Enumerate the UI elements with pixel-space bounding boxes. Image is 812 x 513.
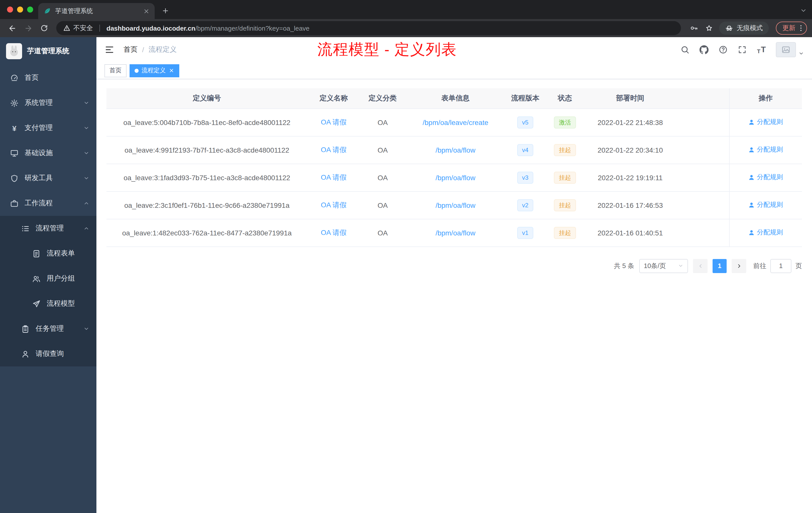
filler-cell [675, 191, 729, 219]
key-icon[interactable] [690, 24, 698, 32]
close-window-button[interactable] [7, 6, 13, 12]
sidebar-item-workflow[interactable]: 工作流程 [0, 191, 96, 216]
reload-button[interactable] [37, 21, 51, 35]
prev-page-button[interactable] [693, 259, 707, 273]
goto-suffix: 页 [795, 261, 802, 270]
assign-rule-label: 分配规则 [757, 173, 783, 182]
tag-process-definition[interactable]: 流程定义 [129, 64, 179, 77]
image-icon [781, 45, 790, 54]
col-definition-category: 定义分类 [360, 88, 405, 109]
sidebar-item-process-model[interactable]: 流程模型 [0, 291, 96, 316]
goto-page-input[interactable] [770, 259, 791, 273]
table-body: oa_leave:5:004b710b-7b8a-11ec-8ef0-acde4… [107, 109, 802, 246]
tags-view: 首页 流程定义 [96, 62, 812, 79]
definition-category: OA [378, 146, 388, 154]
definition-name-link[interactable]: OA 请假 [321, 145, 347, 153]
chevron-down-icon [83, 125, 89, 131]
definition-name-link[interactable]: OA 请假 [321, 201, 347, 209]
deploy-time: 2022-01-22 19:19:11 [598, 174, 663, 181]
sidebar-item-infrastructure[interactable]: 基础设施 [0, 141, 96, 165]
assign-rule-link[interactable]: 分配规则 [749, 173, 783, 182]
tab-search-button[interactable] [800, 7, 807, 14]
app-logo[interactable]: 芋道管理系统 [0, 37, 96, 65]
breadcrumb-separator: / [142, 46, 144, 54]
search-icon[interactable] [681, 45, 690, 54]
assign-rule-link[interactable]: 分配规则 [749, 145, 783, 154]
next-page-button[interactable] [732, 259, 746, 273]
page-size-select[interactable]: 10条/页 [639, 259, 688, 273]
form-info-link[interactable]: /bpm/oa/flow [436, 201, 475, 209]
minimize-window-button[interactable] [17, 6, 23, 12]
definition-name-link[interactable]: OA 请假 [321, 173, 347, 181]
form-info-link[interactable]: /bpm/oa/flow [436, 174, 475, 181]
sidebar-item-process-form[interactable]: 流程表单 [0, 241, 96, 266]
col-actions: 操作 [729, 88, 802, 109]
main-area: 首页 / 流程定义 流程模型 - 定义列表 TT [96, 37, 812, 513]
user-avatar[interactable] [776, 42, 804, 57]
tab-title: 芋道管理系统 [55, 7, 139, 15]
definition-id: oa_leave:3:1fad3d93-7b75-11ec-a3c8-acde4… [123, 174, 290, 181]
breadcrumb-home[interactable]: 首页 [123, 45, 138, 54]
maximize-window-button[interactable] [27, 6, 33, 12]
plus-icon [162, 7, 169, 14]
browser-tab[interactable]: 芋道管理系统 [38, 3, 155, 19]
sidebar-item-system-management[interactable]: 系统管理 [0, 90, 96, 116]
sidebar-item-leave-query[interactable]: 请假查询 [0, 341, 96, 366]
briefcase-icon [10, 199, 19, 208]
font-size-icon[interactable]: TT [757, 45, 766, 54]
sidebar-item-payment-management[interactable]: ¥ 支付管理 [0, 116, 96, 141]
sidebar-item-process-management[interactable]: 流程管理 [0, 216, 96, 241]
kebab-menu-icon[interactable] [797, 24, 805, 32]
security-warning-icon[interactable] [63, 25, 70, 32]
assign-rule-label: 分配规则 [757, 201, 783, 210]
paper-plane-icon [32, 299, 41, 308]
url-host: dashboard.yudao.iocoder.cn [107, 24, 195, 32]
form-info-link[interactable]: /bpm/oa/flow [436, 146, 475, 154]
browser-toolbar: 不安全 dashboard.yudao.iocoder.cn/bpm/manag… [0, 19, 812, 37]
security-label[interactable]: 不安全 [73, 24, 93, 33]
close-icon[interactable] [169, 68, 174, 73]
form-info-link[interactable]: /bpm/oa/flow [436, 229, 475, 237]
filler-cell [675, 136, 729, 163]
sidebar-item-home[interactable]: 首页 [0, 65, 96, 90]
tab-favicon-icon [43, 7, 51, 15]
active-dot [135, 68, 139, 72]
form-info-link[interactable]: /bpm/oa/leave/create [423, 118, 488, 126]
assign-rule-link[interactable]: 分配规则 [749, 118, 783, 127]
github-icon[interactable] [700, 45, 709, 54]
sidebar-item-user-group[interactable]: 用户分组 [0, 266, 96, 291]
address-bar[interactable]: 不安全 dashboard.yudao.iocoder.cn/bpm/manag… [56, 21, 681, 35]
bookmark-star-icon[interactable] [705, 24, 713, 32]
sidebar-item-dev-tools[interactable]: 研发工具 [0, 165, 96, 191]
back-button[interactable] [5, 21, 19, 35]
forward-button[interactable] [21, 21, 35, 35]
chevron-down-icon [83, 150, 89, 156]
user-icon [749, 147, 755, 153]
sidebar-item-task-management[interactable]: 任务管理 [0, 316, 96, 341]
breadcrumb: 首页 / 流程定义 [123, 45, 177, 54]
sidebar-item-label: 支付管理 [25, 123, 53, 132]
assign-rule-link[interactable]: 分配规则 [749, 201, 783, 210]
update-button[interactable]: 更新 [776, 22, 807, 35]
definition-name-link[interactable]: OA 请假 [321, 118, 347, 126]
goto-label: 前往 [753, 261, 766, 270]
col-deploy-time: 部署时间 [585, 88, 675, 109]
definition-name-link[interactable]: OA 请假 [321, 228, 347, 236]
back-icon [8, 24, 16, 32]
sidebar-item-label: 任务管理 [36, 324, 64, 333]
user-icon [749, 174, 755, 181]
new-tab-button[interactable] [159, 4, 172, 17]
status-tag: 挂起 [554, 172, 576, 183]
help-icon[interactable] [719, 45, 728, 54]
pagination: 共 5 条 10条/页 1 前往 页 [107, 259, 802, 273]
tag-home[interactable]: 首页 [105, 64, 126, 77]
yen-icon: ¥ [10, 124, 19, 132]
filler-cell [675, 109, 729, 136]
current-page-button[interactable]: 1 [713, 259, 727, 273]
assign-rule-link[interactable]: 分配规则 [749, 228, 783, 237]
bunny-avatar-icon [7, 45, 21, 58]
sidebar-toggle-icon[interactable] [105, 45, 115, 55]
fullscreen-icon[interactable] [738, 45, 747, 54]
tag-label: 首页 [110, 66, 121, 75]
tab-close-icon[interactable] [143, 8, 150, 14]
